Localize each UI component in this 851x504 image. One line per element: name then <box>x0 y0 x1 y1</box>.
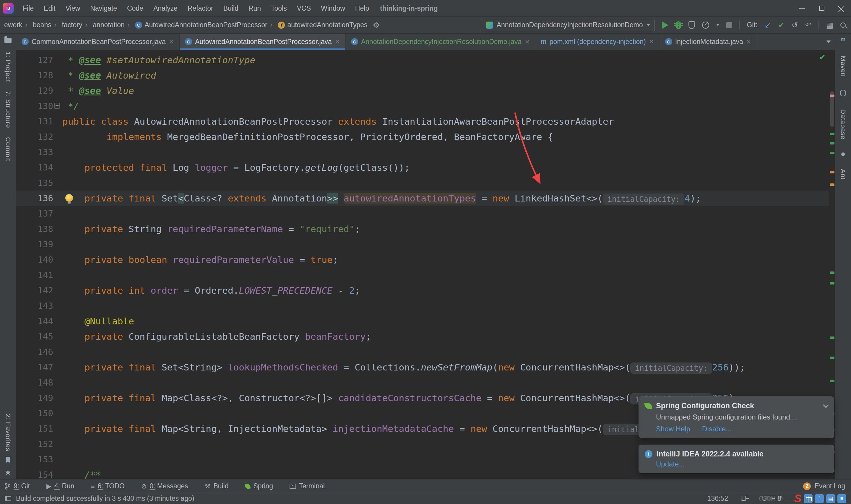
toolwindow-messages[interactable]: ⊘ 0: Messages <box>141 482 188 490</box>
stripe-mark[interactable] <box>830 271 834 274</box>
code-line[interactable]: 139 <box>16 237 829 252</box>
toolwindow-terminal[interactable]: Terminal <box>290 482 325 490</box>
event-log-button[interactable]: 2 Event Log <box>803 482 845 490</box>
chevron-down-icon[interactable] <box>823 402 829 408</box>
code-line[interactable]: 130 */ <box>16 98 829 114</box>
toolwindow-button-structure[interactable]: 7: Structure <box>4 91 12 128</box>
tabs-dropdown-button[interactable] <box>822 34 835 50</box>
code-line[interactable]: 128 * @see Autowired <box>16 68 829 83</box>
stripe-mark[interactable] <box>830 337 834 339</box>
stripe-mark[interactable] <box>830 94 834 97</box>
tab-autowired-annotation-bean-post-processor[interactable]: AutowiredAnnotationBeanPostProcessor.jav… <box>180 34 346 50</box>
code-line[interactable]: 129 * @see Value <box>16 83 829 98</box>
stripe-mark[interactable] <box>830 357 834 359</box>
stripe-mark[interactable] <box>830 183 834 186</box>
code-line[interactable]: 145 private ConfigurableListableBeanFact… <box>16 329 829 344</box>
toolwindow-button-database[interactable]: Database <box>839 109 847 140</box>
close-icon[interactable] <box>746 39 752 44</box>
code-line[interactable]: 136 private final Set<Class<? extends An… <box>16 191 829 206</box>
history-button[interactable]: ↺ <box>792 21 798 29</box>
menu-navigate[interactable]: Navigate <box>85 0 122 17</box>
menu-file[interactable]: File <box>18 0 39 17</box>
update-link[interactable]: Update... <box>656 460 685 468</box>
toolwindow-button-commit[interactable]: Commit <box>4 137 12 161</box>
coverage-button[interactable] <box>688 21 695 29</box>
menu-view[interactable]: View <box>60 0 85 17</box>
menu-build[interactable]: Build <box>218 0 243 17</box>
commit-button[interactable]: ✔ <box>778 21 784 29</box>
toolwindow-spring[interactable]: Spring <box>245 482 273 490</box>
menu-code[interactable]: Code <box>122 0 148 17</box>
stripe-mark[interactable] <box>830 282 834 285</box>
ime-punctuation-icon[interactable]: ” <box>815 494 824 503</box>
breadcrumb-item-annotation[interactable]: annotation <box>83 20 126 30</box>
tab-pom-xml[interactable]: m pom.xml (dependency-injection) <box>536 34 660 50</box>
menu-edit[interactable]: Edit <box>39 0 60 17</box>
breadcrumb-item-class[interactable]: AutowiredAnnotationBeanPostProcessor <box>126 20 269 30</box>
run-configuration-select[interactable]: AnnotationDependencyInjectionResolutionD… <box>482 19 655 31</box>
code-line[interactable]: 133 <box>16 144 829 160</box>
show-help-link[interactable]: Show Help <box>656 425 690 433</box>
code-line[interactable]: 140 private boolean requiredParameterVal… <box>16 252 829 267</box>
close-icon[interactable] <box>649 39 654 44</box>
menu-tools[interactable]: Tools <box>266 0 292 17</box>
toolwindow-button-favorites[interactable]: 2: Favorites <box>4 414 12 451</box>
breadcrumb-item-beans[interactable]: beans <box>23 20 52 30</box>
notification-update[interactable]: IntelliJ IDEA 2022.2.4 available Update.… <box>638 445 834 473</box>
toolwindow-build[interactable]: ⚒ Build <box>205 482 229 490</box>
breadcrumb-item-field[interactable]: autowiredAnnotationTypes <box>269 20 369 30</box>
menu-window[interactable]: Window <box>316 0 350 17</box>
debug-button[interactable] <box>675 21 682 29</box>
code-line[interactable]: 132 implements MergedBeanDefinitionPostP… <box>16 129 829 144</box>
code-line[interactable]: 142 private int order = Ordered.LOWEST_P… <box>16 283 829 298</box>
close-button[interactable] <box>832 0 851 16</box>
code-line[interactable]: 143 <box>16 298 829 313</box>
menu-analyze[interactable]: Analyze <box>148 0 183 17</box>
close-icon[interactable] <box>524 39 530 44</box>
stop-button[interactable] <box>726 22 732 28</box>
code-line[interactable]: 131public class AutowiredAnnotationBeanP… <box>16 114 829 129</box>
intention-bulb-icon[interactable] <box>65 194 73 202</box>
bookmark-icon[interactable] <box>6 457 10 463</box>
notification-spring-config[interactable]: Spring Configuration Check Unmapped Spri… <box>638 396 834 438</box>
toolwindow-todo[interactable]: ≡ 6: TODO <box>91 482 125 490</box>
disable-link[interactable]: Disable... <box>702 425 731 433</box>
maximize-button[interactable] <box>812 0 832 16</box>
profiler-button[interactable] <box>702 22 709 29</box>
breadcrumb-item-factory[interactable]: factory <box>53 20 84 30</box>
fold-icon[interactable] <box>54 103 60 109</box>
toolwindow-button-ant[interactable]: Ant <box>839 169 847 180</box>
toolwindow-switcher-icon[interactable] <box>5 496 11 501</box>
tab-annotation-dependency-injection-resolution-demo[interactable]: AnnotationDependencyInjectionResolutionD… <box>346 34 536 50</box>
project-folder-icon[interactable] <box>4 38 12 43</box>
minimize-button[interactable] <box>793 0 812 16</box>
code-line[interactable]: 141 <box>16 267 829 283</box>
update-project-button[interactable]: ↙ <box>764 21 771 29</box>
ime-keyboard-icon[interactable]: ▤ <box>826 494 835 503</box>
menu-help[interactable]: Help <box>350 0 374 17</box>
tab-common-annotation-bean-post-processor[interactable]: CommonAnnotationBeanPostProcessor.java <box>16 34 180 50</box>
close-icon[interactable] <box>335 39 340 44</box>
stripe-mark[interactable] <box>830 133 834 135</box>
code-line[interactable]: 148 <box>16 375 829 390</box>
toolwindow-button-maven[interactable]: Maven <box>839 56 847 77</box>
tab-injection-metadata[interactable]: InjectionMetadata.java <box>660 34 757 50</box>
ime-chinese-mode-icon[interactable] <box>804 494 813 503</box>
stripe-mark[interactable] <box>830 152 834 154</box>
rollback-button[interactable]: ↶ <box>805 21 812 29</box>
inspections-ok-icon[interactable]: ✔ <box>819 52 826 62</box>
run-button[interactable] <box>662 21 668 29</box>
stripe-mark[interactable] <box>830 380 834 382</box>
toolwindow-git[interactable]: 9: Git <box>5 482 30 490</box>
code-line[interactable]: 137 <box>16 206 829 221</box>
search-icon[interactable] <box>840 22 846 28</box>
code-line[interactable]: 138 private String requiredParameterName… <box>16 221 829 237</box>
star-icon[interactable]: ★ <box>4 469 11 476</box>
close-icon[interactable] <box>169 39 174 44</box>
wrench-icon[interactable]: ⚙ <box>373 21 379 29</box>
code-line[interactable]: 147 private final Set<String> lookupMeth… <box>16 360 829 375</box>
stripe-mark[interactable] <box>830 142 834 144</box>
menu-run[interactable]: Run <box>243 0 266 17</box>
line-separator[interactable]: LF <box>741 494 749 503</box>
caret-position[interactable]: 136:52 <box>707 494 728 503</box>
